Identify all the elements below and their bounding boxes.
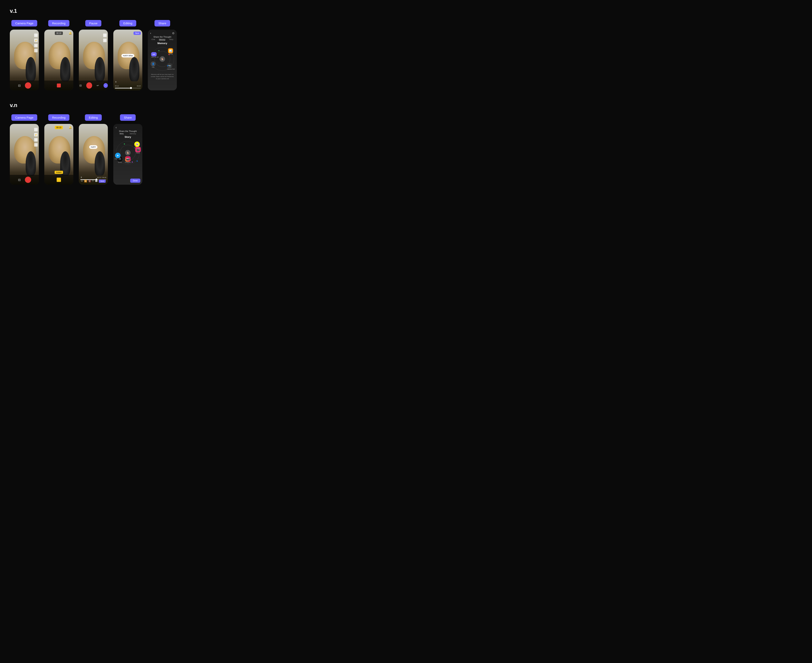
nav-chat[interactable]: Chat	[151, 39, 155, 40]
v2-recording-col: Recording 00:10 🔔 Instant	[44, 114, 73, 185]
dot-orange-v2	[135, 145, 136, 146]
instagram-icon: 📷	[125, 156, 131, 162]
record-button-p[interactable]	[86, 82, 92, 89]
stop-button-yellow[interactable]	[57, 178, 61, 182]
v2-camera-col: Camera Page ↺ ⚡ ⊞ ◷ ⊟	[10, 114, 39, 185]
v2-share-badge[interactable]: Share	[120, 114, 136, 121]
record-button-v2[interactable]	[25, 176, 31, 183]
v1-share-phone: ‹ ⊙ Share the Thought Chat Memory Story …	[148, 30, 177, 91]
gif-item[interactable]: GIF Save as GIF	[151, 52, 159, 58]
nav-story[interactable]: Story	[169, 39, 173, 40]
v2-recording-bottom-bar	[44, 175, 73, 185]
v1-camera-badge[interactable]: Camera Page	[11, 20, 37, 26]
done-button[interactable]: Done	[130, 179, 141, 183]
next-button-v2[interactable]: Next	[99, 179, 106, 183]
v1-recording-col: Recording 00:10 🔔	[44, 20, 73, 91]
reels-label: Reels	[136, 152, 140, 154]
instagram-label: Instagram	[125, 162, 131, 163]
indy-item[interactable]: 👤 Indy	[150, 61, 156, 68]
v1-screens-row: Camera Page ↺ ⚡ ⊞ ◷ ⊟	[10, 20, 802, 91]
v1-camera-content: ↺ ⚡ ⊞ ◷ ⊟	[10, 30, 39, 91]
nav-memory[interactable]: Memory	[159, 39, 165, 40]
gallery-icon-v2[interactable]: ⊟	[18, 178, 21, 181]
share-subtitle: Memory	[157, 42, 167, 45]
cat-shape	[26, 57, 36, 81]
tab-memory[interactable]: Memory	[130, 133, 136, 135]
share-title: Share the Thought	[154, 36, 171, 38]
rotate-icon-p: ↺	[103, 34, 107, 37]
timeline-progress	[115, 88, 130, 89]
timeline-thumb[interactable]	[130, 87, 132, 89]
share-header-v2: ‹	[113, 124, 142, 130]
v2-recording-badge[interactable]: Recording	[48, 114, 70, 121]
v2-camera-badge[interactable]: Camera Page	[11, 114, 37, 121]
stop-button[interactable]	[57, 84, 61, 87]
forward-button[interactable]: →	[104, 83, 108, 88]
v1-camera-bottom-bar: ⊟	[10, 81, 39, 91]
text-icon[interactable]: T	[92, 180, 94, 183]
gif-label: Save as GIF	[151, 57, 159, 58]
pause-indicator: ⏸	[115, 81, 117, 83]
center-avatar: 🐕	[160, 56, 165, 62]
v2-share-content: ‹ Share the Thought Story Memory Story	[113, 124, 142, 185]
gallery-icon-p[interactable]: ⊟	[79, 84, 82, 87]
flash-icon-v2: ⚡	[34, 133, 38, 136]
camera-roll-item[interactable]: 📷 Camera Roll	[167, 63, 175, 70]
timeline-bar[interactable]	[115, 88, 141, 89]
timer-icon-v2: ◷	[34, 143, 38, 147]
v1-recording-badge[interactable]: Recording	[48, 20, 70, 26]
dot-blue	[167, 65, 168, 66]
side-icons: ↺ ⚡ ⊞ ◷	[34, 34, 38, 52]
gallery-icon[interactable]: ⊟	[18, 84, 21, 87]
rotate-icon: ↺	[34, 34, 38, 37]
cat-shape-edit	[129, 57, 139, 81]
mute-icon[interactable]: 🔇	[88, 180, 91, 183]
cat-shape-v2-edit	[95, 151, 105, 176]
dot-blue-v2	[137, 160, 137, 162]
record-button[interactable]	[25, 82, 31, 89]
dot-green-v2	[124, 144, 125, 144]
back-icon[interactable]: ‹	[150, 32, 151, 35]
v2-screens-row: Camera Page ↺ ⚡ ⊞ ◷ ⊟	[10, 114, 802, 185]
activity-icon: 📊	[168, 48, 173, 53]
share-subtitle-v2: Story	[125, 136, 131, 138]
bell-icon: 🔔	[69, 32, 72, 35]
cut-icon[interactable]: ✂	[81, 180, 83, 183]
indy-label: Indy	[150, 66, 156, 68]
chat-icon[interactable]: 💬	[95, 180, 98, 183]
back-icon-v2[interactable]: ‹	[116, 126, 116, 129]
undo-icon[interactable]: ↩	[96, 84, 100, 87]
v1-recording-bottom-bar	[44, 81, 73, 91]
version-2-section: v.n Camera Page ↺ ⚡ ⊞ ◷ ⊟	[10, 102, 802, 185]
v1-editing-phone: Next Huhl?! What 00:12 00:20 ⏸	[113, 30, 142, 91]
flash-icon: ⚡	[34, 39, 38, 42]
recording-timer-v2: 00:10	[55, 126, 63, 129]
instant-badge: Instant	[55, 171, 63, 174]
gif-icon: GIF	[151, 52, 157, 57]
other-apps-item[interactable]: ➤ Other apps	[115, 153, 121, 160]
v2-share-col: Share ‹ Share the Thought Story Memory S	[113, 114, 142, 185]
version-1-section: v.1 Camera Page ↺ ⚡ ⊞ ◷ ⊟	[10, 8, 802, 91]
v1-editing-badge[interactable]: Editing	[120, 20, 136, 26]
v1-share-col: Share ‹ ⊙ Share the Thought Chat Memory …	[148, 20, 177, 91]
other-apps-label: Other apps	[115, 158, 121, 160]
dot-purple-v2	[132, 162, 133, 163]
camera-icon-share[interactable]: ⊙	[172, 32, 175, 35]
indy-icon: 👤	[150, 61, 156, 66]
share-screen-v2: ‹ Share the Thought Story Memory Story	[113, 124, 142, 185]
tab-story[interactable]: Story	[120, 133, 124, 135]
v1-recording-content: 00:10 🔔	[44, 30, 73, 91]
speed-icon[interactable]: ⏩	[84, 180, 87, 183]
activity-item[interactable]: 📊 Activity	[168, 48, 173, 55]
v1-pause-badge[interactable]: Pause	[85, 20, 102, 26]
v1-share-badge[interactable]: Share	[154, 20, 170, 26]
v1-pause-bottom-bar: ⊟ ↩ →	[79, 81, 108, 91]
v2-editing-badge[interactable]: Editing	[85, 114, 102, 121]
instagram-item[interactable]: 📷 Instagram	[125, 156, 131, 163]
v2-camera-content: ↺ ⚡ ⊞ ◷ ⊟	[10, 124, 39, 185]
v2-editing-phone: Huhl?! ⏸ 00:12 / 00:20 ✂ ⏩ 🔇 T	[79, 124, 108, 185]
reels-item[interactable]: 🎬 Reels	[135, 147, 141, 154]
time-label-v2: 00:12 / 00:20	[97, 176, 106, 178]
next-button-top[interactable]: Next	[134, 32, 141, 35]
v2-editing-content: Huhl?! ⏸ 00:12 / 00:20 ✂ ⏩ 🔇 T	[79, 124, 108, 185]
